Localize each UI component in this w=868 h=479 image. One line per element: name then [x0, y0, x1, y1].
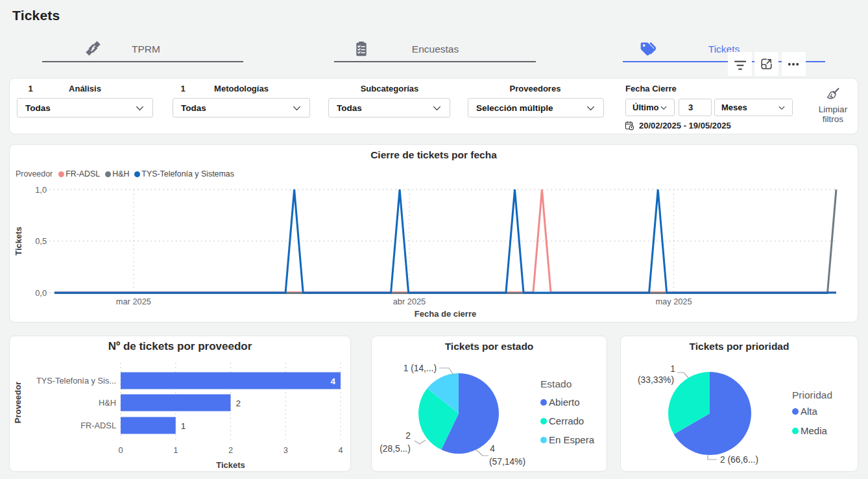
bar-chart-plot: 01234TYS-Telefonía y Sis...4H&H2FR-ADSL1… [10, 336, 350, 471]
chart-text: 2 [236, 399, 241, 408]
chart-shape [792, 408, 799, 415]
chart-shape [677, 373, 688, 378]
date-range: 20/02/2025 - 19/05/2025 [625, 121, 731, 130]
methodologies-dropdown[interactable]: Todas [173, 98, 310, 117]
bar-chart-card: Nº de tickets por proveedor 01234TYS-Tel… [9, 336, 351, 472]
chart-text: Cerrado [549, 415, 584, 426]
tab-tprm-underline [42, 61, 243, 62]
chart-text: Prioridad [792, 389, 832, 400]
tab-encuestas-label: Encuestas [387, 43, 484, 55]
pie-prioridad-plot: 1(33,33%)2 (66,6...)PrioridadAltaMedia [621, 336, 858, 471]
chevron-down-icon [292, 103, 302, 113]
line-chart-plot: 0,00,51,0mar 2025abr 2025may 2025Fecha d… [10, 145, 858, 322]
chart-text: Tickets [216, 460, 245, 470]
filter-lines-icon [732, 56, 748, 72]
providers-dropdown[interactable]: Selección múltiple [468, 98, 604, 117]
chart-text: abr 2025 [393, 297, 426, 306]
bar-1[interactable] [121, 395, 231, 411]
chart-text: 2 [405, 431, 411, 441]
fecha-unit-value: Meses [721, 103, 778, 112]
chart-text: Fecha de cierre [415, 309, 476, 319]
filters-button[interactable] [728, 52, 752, 76]
chart-shape [476, 450, 488, 456]
providers-label: Proveedores [487, 84, 584, 93]
chart-text: mar 2025 [116, 297, 151, 306]
fecha-unit-dropdown[interactable]: Meses [714, 99, 793, 116]
chart-shape [540, 399, 547, 406]
chart-text: 1,0 [35, 185, 47, 195]
chart-text: 0,5 [35, 236, 47, 246]
clear-filters-button[interactable]: Limpiar filtros [810, 86, 856, 125]
chart-shape [540, 418, 547, 424]
clear-filters-line1: Limpiar [810, 104, 856, 115]
chart-text: 1 [181, 421, 186, 431]
chart-text: 2 [228, 445, 233, 455]
analysis-dropdown[interactable]: Todas [17, 98, 153, 117]
line-chart-card: Cierre de tickets por fecha Proveedor FR… [9, 144, 858, 323]
calendar-clock-icon [625, 121, 634, 130]
providers-value: Selección múltiple [476, 103, 586, 113]
subcategories-value: Todas [337, 103, 432, 113]
chart-text: 2 (66,6...) [720, 455, 758, 465]
chart-text: 0,0 [35, 288, 47, 298]
focus-mode-icon [759, 56, 774, 71]
fecha-number-input[interactable]: 3 [679, 99, 712, 116]
page-title: Tickets [12, 8, 60, 23]
chart-text: (57,14%) [489, 457, 525, 467]
broom-icon [825, 86, 841, 102]
chart-shape [415, 440, 426, 444]
chart-text: 4 [490, 444, 495, 454]
pie-prioridad-card: Tickets por prioridad 1(33,33%)2 (66,6..… [620, 336, 858, 472]
subcategories-dropdown[interactable]: Todas [328, 98, 450, 117]
chart-text: 1 [173, 445, 178, 455]
chart-text: Media [801, 425, 828, 436]
chevron-down-icon [660, 104, 668, 112]
chevron-down-icon [778, 104, 786, 112]
clipboard-checklist-icon [352, 40, 370, 60]
chart-shape [792, 428, 799, 434]
methodologies-value: Todas [181, 103, 292, 113]
chart-text: (33,33%) [638, 375, 674, 385]
chart-text: 1 (14,...) [404, 363, 437, 373]
chevron-down-icon [432, 103, 442, 113]
more-options-button[interactable] [782, 52, 806, 76]
pie-estado-plot: 1 (14,...)2(28,5...)4(57,14%)EstadoAbier… [372, 336, 607, 471]
chart-text: Estado [540, 378, 572, 389]
methodologies-label: Metodologías [196, 84, 287, 93]
methodologies-count: 1 [173, 84, 193, 93]
chevron-down-icon [135, 103, 145, 113]
bar-0[interactable] [121, 373, 341, 389]
chart-text: H&H [99, 398, 116, 408]
chart-text: 1 [670, 364, 675, 374]
chart-text: FR-ADSL [80, 421, 116, 430]
pie-estado-card: Tickets por estado 1 (14,...)2(28,5...)4… [371, 336, 607, 472]
chart-text: Tickets [14, 227, 23, 256]
chart-text: TYS-Telefonía y Sis... [36, 376, 116, 386]
analysis-label: Análisis [46, 84, 124, 93]
chart-text: may 2025 [655, 297, 692, 306]
analysis-count: 1 [21, 84, 40, 93]
fecha-cierre-label: Fecha Cierre [625, 84, 677, 93]
chart-text: En Espera [549, 434, 595, 445]
chart-text: Proveedor [13, 382, 23, 423]
fecha-relative-dropdown[interactable]: Último [625, 99, 675, 116]
chart-text: Alta [801, 406, 818, 417]
chart-text: 4 [330, 376, 335, 386]
tab-tprm-label: TPRM [97, 43, 195, 55]
tags-icon [639, 40, 657, 61]
fecha-number-value: 3 [688, 103, 702, 112]
chart-text: Abierto [549, 397, 580, 408]
chart-text: 4 [338, 445, 343, 455]
tab-encuestas-underline [334, 61, 536, 62]
chart-shape [540, 437, 547, 443]
bar-2[interactable] [121, 417, 176, 434]
chart-text: 0 [118, 445, 123, 455]
filter-bar: 1 Análisis Todas 1 Metodologías Todas Su… [9, 78, 858, 134]
focus-mode-button[interactable] [754, 52, 778, 76]
clear-filters-line2: filtros [810, 114, 856, 125]
more-options-icon [786, 56, 801, 72]
analysis-value: Todas [25, 103, 135, 113]
chart-text: (28,5...) [380, 444, 411, 454]
date-range-text: 20/02/2025 - 19/05/2025 [639, 121, 731, 130]
subcategories-label: Subcategorías [343, 84, 437, 93]
